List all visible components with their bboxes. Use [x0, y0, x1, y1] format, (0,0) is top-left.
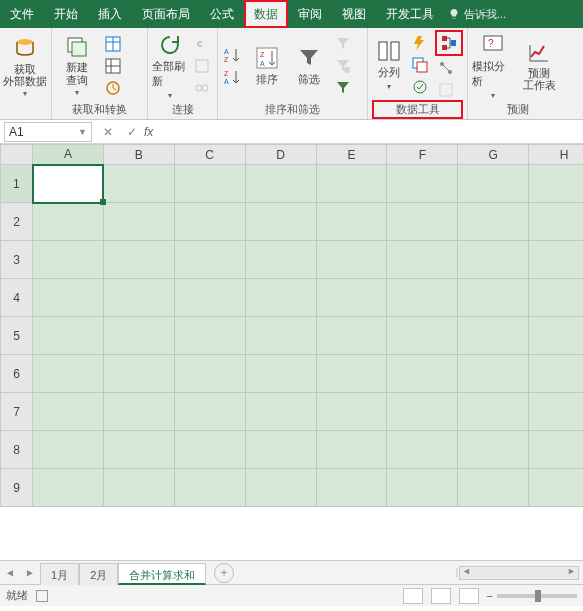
zoom-out-button[interactable]: − — [487, 590, 493, 602]
cancel-formula-button[interactable]: ✕ — [96, 125, 120, 139]
col-header[interactable]: C — [174, 145, 245, 165]
cell[interactable] — [316, 165, 387, 203]
cell[interactable] — [103, 355, 174, 393]
row-header[interactable]: 6 — [1, 355, 33, 393]
cell[interactable] — [529, 203, 583, 241]
col-header[interactable]: G — [458, 145, 529, 165]
add-sheet-button[interactable]: ＋ — [214, 563, 234, 583]
col-header[interactable]: E — [316, 145, 387, 165]
cell[interactable] — [387, 279, 458, 317]
tab-data[interactable]: 数据 — [244, 0, 288, 28]
filter-button[interactable]: 筛选 — [290, 31, 328, 101]
col-header[interactable]: D — [245, 145, 316, 165]
fx-icon[interactable]: fx — [144, 125, 157, 139]
sheet-tab[interactable]: 2月 — [79, 563, 118, 585]
cell[interactable] — [316, 317, 387, 355]
row-header[interactable]: 2 — [1, 203, 33, 241]
tab-review[interactable]: 审阅 — [288, 0, 332, 28]
cell[interactable] — [174, 203, 245, 241]
cell[interactable] — [529, 317, 583, 355]
cell[interactable] — [33, 355, 104, 393]
properties-button[interactable] — [191, 56, 213, 76]
cell[interactable] — [458, 317, 529, 355]
cell[interactable] — [529, 165, 583, 203]
cell[interactable] — [103, 165, 174, 203]
cell[interactable] — [245, 279, 316, 317]
col-header[interactable]: H — [529, 145, 583, 165]
enter-formula-button[interactable]: ✓ — [120, 125, 144, 139]
select-all-corner[interactable] — [1, 145, 33, 165]
cell[interactable] — [529, 355, 583, 393]
col-header[interactable]: A — [33, 145, 104, 165]
cell[interactable] — [458, 355, 529, 393]
horizontal-scrollbar[interactable] — [459, 566, 579, 580]
spreadsheet-grid[interactable]: A B C D E F G H 123456789 — [0, 144, 583, 560]
cell[interactable] — [316, 203, 387, 241]
new-query-button[interactable]: 新建 查询 — [56, 31, 98, 101]
cell[interactable] — [529, 431, 583, 469]
cell[interactable] — [458, 241, 529, 279]
row-header[interactable]: 3 — [1, 241, 33, 279]
sheet-nav-prev-button[interactable]: ◄ — [0, 567, 20, 578]
cell[interactable] — [103, 393, 174, 431]
sort-button[interactable]: ZA 排序 — [248, 31, 286, 101]
show-queries-button[interactable] — [102, 34, 124, 54]
cell[interactable] — [529, 393, 583, 431]
cell[interactable] — [245, 241, 316, 279]
cell[interactable] — [316, 469, 387, 507]
flash-fill-button[interactable] — [409, 33, 431, 53]
cell[interactable] — [458, 279, 529, 317]
cell[interactable] — [174, 393, 245, 431]
cell[interactable] — [316, 393, 387, 431]
forecast-sheet-button[interactable]: 预测 工作表 — [518, 31, 560, 101]
sheet-tab-active[interactable]: 合并计算求和 — [118, 563, 206, 585]
refresh-all-button[interactable]: 全部刷新 — [152, 31, 187, 101]
cell[interactable] — [174, 241, 245, 279]
sheet-tab[interactable]: 1月 — [40, 563, 79, 585]
cell[interactable] — [174, 279, 245, 317]
view-normal-button[interactable] — [403, 588, 423, 604]
col-header[interactable]: F — [387, 145, 458, 165]
cell[interactable] — [103, 279, 174, 317]
cell[interactable] — [316, 431, 387, 469]
cell[interactable] — [245, 165, 316, 203]
name-box[interactable]: A1 ▼ — [4, 122, 92, 142]
cell[interactable] — [33, 241, 104, 279]
row-header[interactable]: 7 — [1, 393, 33, 431]
cell[interactable] — [103, 431, 174, 469]
cell[interactable] — [174, 165, 245, 203]
cell[interactable] — [458, 393, 529, 431]
text-to-columns-button[interactable]: 分列 — [372, 30, 405, 100]
recent-sources-button[interactable] — [102, 78, 124, 98]
cell[interactable] — [458, 431, 529, 469]
cell[interactable] — [458, 203, 529, 241]
get-external-data-button[interactable]: 获取 外部数据 — [4, 33, 46, 103]
row-header[interactable]: 1 — [1, 165, 33, 203]
cell[interactable] — [33, 165, 104, 203]
cell[interactable] — [245, 431, 316, 469]
cell[interactable] — [103, 469, 174, 507]
cell[interactable] — [103, 203, 174, 241]
cell[interactable] — [33, 279, 104, 317]
cell[interactable] — [529, 279, 583, 317]
remove-duplicates-button[interactable] — [409, 55, 431, 75]
cell[interactable] — [387, 431, 458, 469]
cell[interactable] — [33, 203, 104, 241]
view-page-layout-button[interactable] — [431, 588, 451, 604]
relationships-button[interactable] — [435, 58, 457, 78]
sheet-nav-next-button[interactable]: ► — [20, 567, 40, 578]
cell[interactable] — [316, 241, 387, 279]
what-if-button[interactable]: ? 模拟分析 — [472, 31, 514, 101]
cell[interactable] — [387, 393, 458, 431]
cell[interactable] — [387, 203, 458, 241]
cell[interactable] — [174, 355, 245, 393]
cell[interactable] — [387, 241, 458, 279]
row-header[interactable]: 4 — [1, 279, 33, 317]
sort-asc-button[interactable]: AZ — [222, 45, 244, 65]
tab-view[interactable]: 视图 — [332, 0, 376, 28]
cell[interactable] — [33, 431, 104, 469]
formula-input[interactable] — [157, 122, 583, 142]
cell[interactable] — [387, 469, 458, 507]
cell[interactable] — [33, 469, 104, 507]
cell[interactable] — [174, 431, 245, 469]
